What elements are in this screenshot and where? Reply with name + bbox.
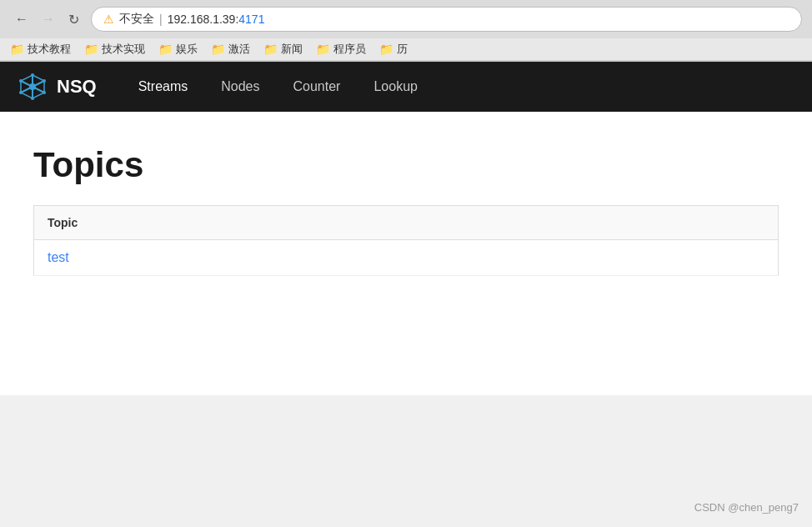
browser-toolbar: ← → ↻ ⚠ 不安全 | 192.168.1.39:4171	[0, 0, 812, 38]
reload-button[interactable]: ↻	[63, 8, 84, 31]
main-content: Topics Topic test	[0, 112, 812, 309]
bookmark-item[interactable]: 📁 技术教程	[10, 42, 71, 57]
page-title: Topics	[33, 145, 779, 185]
brand-name: NSQ	[57, 76, 97, 98]
bookmark-item[interactable]: 📁 激活	[211, 42, 250, 57]
bookmark-item[interactable]: 📁 娱乐	[158, 42, 198, 57]
bookmark-label: 娱乐	[176, 42, 198, 57]
app-wrapper: NSQ Streams Nodes Counter Lookup Topics …	[0, 62, 812, 395]
nav-buttons: ← → ↻	[10, 8, 84, 31]
table-header-row: Topic	[34, 206, 779, 240]
bookmark-label: 历	[397, 42, 408, 57]
browser-chrome: ← → ↻ ⚠ 不安全 | 192.168.1.39:4171 📁 技术教程 📁…	[0, 0, 812, 62]
bookmark-label: 激活	[228, 42, 250, 57]
navbar: NSQ Streams Nodes Counter Lookup	[0, 62, 812, 112]
bookmark-item[interactable]: 📁 历	[379, 42, 408, 57]
svg-point-11	[43, 91, 46, 94]
folder-icon: 📁	[84, 43, 98, 56]
nsq-logo-icon	[17, 71, 48, 103]
folder-icon: 📁	[10, 43, 24, 56]
bookmark-label: 新闻	[281, 42, 303, 57]
bookmark-item[interactable]: 📁 新闻	[263, 42, 303, 57]
folder-icon: 📁	[263, 43, 278, 56]
navbar-nav: Streams Nodes Counter Lookup	[122, 62, 434, 112]
table-header: Topic	[34, 206, 779, 240]
back-button[interactable]: ←	[10, 8, 33, 30]
svg-point-5	[29, 83, 36, 90]
svg-point-10	[19, 91, 23, 94]
forward-button[interactable]: →	[37, 8, 60, 30]
topic-link-test[interactable]: test	[48, 250, 69, 264]
nav-link-counter[interactable]: Counter	[277, 62, 358, 112]
bookmark-item[interactable]: 📁 技术实现	[84, 42, 145, 57]
svg-point-7	[31, 97, 34, 100]
bookmark-label: 技术教程	[28, 42, 71, 57]
svg-point-9	[43, 79, 46, 83]
folder-icon: 📁	[211, 43, 225, 56]
security-warning-icon: ⚠	[103, 13, 114, 26]
folder-icon: 📁	[379, 43, 393, 56]
bookmark-label: 技术实现	[102, 42, 145, 57]
address-host: 192.168.1.39:4171	[168, 13, 265, 26]
navbar-brand[interactable]: NSQ	[17, 71, 97, 103]
svg-point-8	[19, 79, 23, 83]
folder-icon: 📁	[316, 43, 330, 56]
topics-table: Topic test	[33, 205, 779, 276]
nav-link-lookup[interactable]: Lookup	[357, 62, 434, 112]
table-row: test	[34, 240, 779, 276]
svg-point-6	[31, 73, 34, 77]
nav-link-streams[interactable]: Streams	[122, 62, 205, 112]
folder-icon: 📁	[158, 43, 173, 56]
address-bar[interactable]: ⚠ 不安全 | 192.168.1.39:4171	[91, 7, 802, 32]
address-separator: |	[159, 13, 163, 26]
bookmark-item[interactable]: 📁 程序员	[316, 42, 366, 57]
table-cell-topic: test	[34, 240, 779, 276]
bookmark-label: 程序员	[333, 42, 366, 57]
nav-link-nodes[interactable]: Nodes	[204, 62, 276, 112]
security-warning-text: 不安全	[119, 12, 154, 27]
column-header-topic: Topic	[34, 206, 779, 240]
table-body: test	[34, 240, 779, 276]
bookmarks-bar: 📁 技术教程 📁 技术实现 📁 娱乐 📁 激活 📁 新闻 📁 程序员 📁 历	[0, 38, 812, 61]
